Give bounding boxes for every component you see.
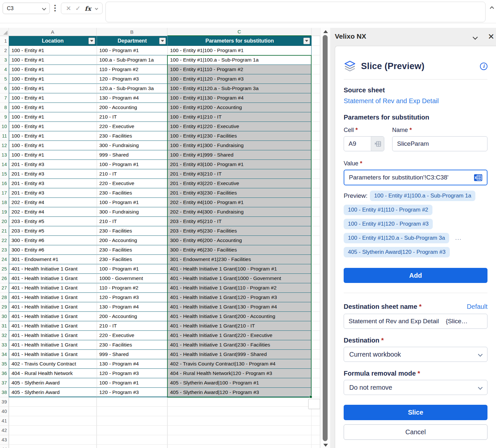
cell-department[interactable]: 999 - Shared [97, 350, 167, 359]
cell-location[interactable]: 401 - Health Initiative 1 Grant [9, 274, 97, 283]
cell-empty[interactable] [97, 397, 167, 407]
cell-parameters[interactable]: 404 - Rural Health Network|120 - Program… [167, 369, 312, 378]
destination-select[interactable]: Current workbook [344, 347, 487, 362]
cell-department[interactable]: 230 - Facilities [97, 340, 167, 350]
cell-department[interactable]: 200 - Accounting [97, 312, 167, 321]
confirm-entry-icon[interactable]: ✓ [75, 5, 81, 12]
cell-location[interactable]: 401 - Health Initiative 1 Grant [9, 283, 97, 293]
cell-department[interactable]: 100 - Program #1 [97, 264, 167, 274]
cell-empty[interactable] [167, 407, 312, 416]
cell-empty[interactable] [312, 302, 320, 312]
row-number[interactable]: 40 [0, 407, 9, 416]
cell-location[interactable]: 100 - Entity #1 [9, 46, 97, 55]
cell-department[interactable]: 230 - Facilities [97, 131, 167, 141]
cell-empty[interactable] [312, 198, 320, 207]
cell-location[interactable]: 203 - Entity #5 [9, 217, 97, 226]
row-number[interactable]: 26 [0, 274, 9, 283]
cell-empty[interactable] [312, 350, 320, 359]
cell-empty[interactable] [312, 416, 320, 426]
cell-parameters[interactable]: 402 - Travis County Contract|130 - Progr… [167, 359, 312, 369]
cell-location[interactable]: 100 - Entity #1 [9, 122, 97, 131]
cell-empty[interactable] [9, 397, 97, 407]
row-number[interactable]: 42 [0, 426, 9, 435]
cell-location[interactable]: 401 - Health Initiative 1 Grant [9, 264, 97, 274]
cell-empty[interactable] [312, 378, 320, 388]
cell-parameters[interactable]: 401 - Health Initiative 1 Grant|1000 - G… [167, 274, 312, 283]
row-number[interactable]: 2 [0, 46, 9, 55]
cell-parameters[interactable]: 100 - Entity #1|200 - Accounting [167, 103, 312, 112]
more-options-icon[interactable]: ••• [53, 4, 57, 12]
slice-button[interactable]: Slice [344, 405, 487, 420]
cell-location[interactable]: 100 - Entity #1 [9, 141, 97, 150]
cell-location[interactable]: 100 - Entity #1 [9, 93, 97, 103]
header-cell-location[interactable]: Location [9, 36, 97, 46]
cell-empty[interactable] [312, 274, 320, 283]
cell-department[interactable]: 120.a - Sub-Program 3a [97, 84, 167, 93]
cell-location[interactable]: 300 - Entity #6 [9, 245, 97, 255]
column-header-c[interactable]: C [167, 28, 312, 36]
cell-empty[interactable] [312, 55, 320, 65]
cell-location[interactable]: 401 - Health Initiative 1 Grant [9, 350, 97, 359]
row-number[interactable]: 1 [0, 36, 9, 46]
select-all-corner[interactable] [0, 28, 9, 36]
cell-department[interactable]: 130 - Program #4 [97, 359, 167, 369]
destination-sheet-field[interactable]: Statement of Rev and Exp Detail {Slice… [344, 314, 487, 329]
cell-department[interactable]: 100 - Program #1 [97, 46, 167, 55]
cell-location[interactable]: 401 - Health Initiative 1 Grant [9, 340, 97, 350]
cell-location[interactable]: 401 - Health Initiative 1 Grant [9, 302, 97, 312]
function-chevron-icon[interactable] [95, 7, 98, 10]
cell-location[interactable]: 202 - Entity #4 [9, 198, 97, 207]
cell-empty[interactable] [312, 179, 320, 188]
cell-empty[interactable] [312, 321, 320, 331]
cell-parameters[interactable]: 301 - Endowment #1|230 - Facilities [167, 255, 312, 264]
cell-parameters[interactable]: 401 - Health Initiative 1 Grant|130 - Pr… [167, 302, 312, 312]
cell-location[interactable]: 402 - Travis County Contract [9, 359, 97, 369]
default-link[interactable]: Default [467, 303, 487, 310]
cell-empty[interactable] [312, 65, 320, 74]
cell-department[interactable]: 210 - IT [97, 112, 167, 122]
cell-empty[interactable] [312, 141, 320, 150]
cell-empty[interactable] [312, 169, 320, 179]
cell-empty[interactable] [312, 283, 320, 293]
cell-parameters[interactable]: 401 - Health Initiative 1 Grant|100 - Pr… [167, 264, 312, 274]
cell-empty[interactable] [9, 435, 97, 445]
row-number[interactable]: 18 [0, 198, 9, 207]
cell-empty[interactable] [312, 84, 320, 93]
formula-removal-select[interactable]: Do not remove [344, 380, 487, 395]
cancel-button[interactable]: Cancel [344, 424, 487, 440]
scroll-down-icon[interactable] [323, 444, 328, 447]
cell-empty[interactable] [312, 150, 320, 160]
cell-department[interactable]: 300 - Fundraising [97, 207, 167, 217]
row-number[interactable]: 6 [0, 84, 9, 93]
cell-location[interactable]: 300 - Entity #6 [9, 236, 97, 245]
name-field[interactable]: SliceParam [392, 136, 487, 151]
row-number[interactable]: 24 [0, 255, 9, 264]
row-number[interactable]: 23 [0, 245, 9, 255]
filter-dropdown-icon[interactable] [303, 38, 310, 44]
cell-parameters[interactable]: 300 - Entity #6|200 - Accounting [167, 236, 312, 245]
vertical-scrollbar[interactable] [320, 28, 330, 448]
row-number[interactable]: 39 [0, 397, 9, 407]
cell-location[interactable]: 405 - Slytherin Award [9, 378, 97, 388]
cell-location[interactable]: 100 - Entity #1 [9, 84, 97, 93]
cell-empty[interactable] [312, 122, 320, 131]
header-cell-parameters[interactable]: Parameters for substitution [167, 36, 312, 46]
row-number[interactable]: 9 [0, 112, 9, 122]
insert-function-icon[interactable]: fx [85, 5, 91, 12]
cell-empty[interactable] [312, 331, 320, 340]
cell-parameters[interactable]: 405 - Slytherin Award|100 - Program #1 [167, 378, 312, 388]
cell-field[interactable]: A9 [344, 136, 384, 151]
range-picker-icon[interactable] [474, 174, 482, 181]
cell-location[interactable]: 203 - Entity #5 [9, 226, 97, 236]
cell-department[interactable]: 110 - Program #2 [97, 65, 167, 74]
cell-empty[interactable] [312, 207, 320, 217]
column-header-a[interactable]: A [9, 28, 97, 36]
cell-department[interactable]: 230 - Facilities [97, 188, 167, 198]
cell-parameters[interactable]: 203 - Entity #5|230 - Facilities [167, 226, 312, 236]
row-number[interactable]: 4 [0, 65, 9, 74]
cell-empty[interactable] [312, 445, 320, 448]
cell-location[interactable]: 100 - Entity #1 [9, 131, 97, 141]
cell-location[interactable]: 201 - Entity #3 [9, 169, 97, 179]
cell-department[interactable]: 230 - Facilities [97, 245, 167, 255]
cell-location[interactable]: 201 - Entity #3 [9, 188, 97, 198]
